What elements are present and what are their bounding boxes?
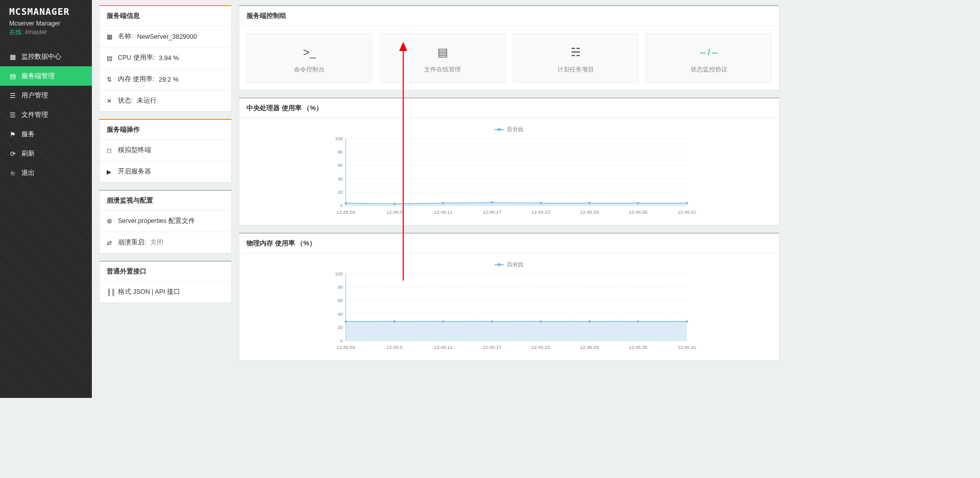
nav-exit[interactable]: ⎋退出 [0, 163, 92, 183]
files-icon: ☰ [9, 111, 16, 118]
crash-panel-title: 崩溃监视与配置 [100, 191, 231, 211]
tile-console[interactable]: >_ 命令控制台 [247, 33, 373, 83]
status-online-label: 在线: [9, 29, 23, 36]
tile-file-manager[interactable]: ▤ 文件在线管理 [380, 33, 506, 83]
svg-text:80: 80 [337, 149, 342, 155]
chart-legend: 百分比 [247, 258, 772, 271]
ops-panel: 服务端操作 ◻ 模拟型终端 ▶ 开启服务器 [99, 119, 232, 183]
grid-icon: ▦ [107, 33, 114, 40]
crash-restart-button[interactable]: ⇄ 崩溃重启: 关闭 [100, 232, 231, 253]
svg-point-54 [540, 320, 542, 323]
api-panel-title: 普通外置接口 [100, 262, 231, 282]
svg-text:12:45:59: 12:45:59 [336, 209, 355, 215]
info-mem-row: ⇅ 内存 使用率: 29.2 % [100, 69, 231, 90]
tasks-icon: ☵ [518, 45, 634, 60]
info-name-label: 名称: [118, 32, 133, 41]
svg-point-23 [442, 202, 445, 205]
svg-text:80: 80 [337, 284, 342, 290]
start-label: 开启服务器 [118, 167, 151, 176]
svg-point-27 [637, 202, 640, 205]
mem-chart-panel: 物理内存 使用率 （%） 百分比 02040608010012:45:5912:… [239, 233, 779, 361]
svg-text:12:46:41: 12:46:41 [677, 209, 696, 215]
nav-label: 用户管理 [21, 91, 48, 100]
control-panel: 服务端控制组 >_ 命令控制台 ▤ 文件在线管理 ☵ 计划任务项目 [239, 5, 779, 90]
svg-point-56 [637, 320, 640, 323]
cpu-icon: ▤ [107, 55, 114, 62]
chart-legend: 百分比 [247, 122, 772, 136]
server-icon: ▤ [9, 72, 16, 80]
nav-label: 退出 [21, 168, 35, 178]
monitor-value: -- / -- [650, 45, 767, 60]
json-api-button[interactable]: ║║ 格式 JSON | API 接口 [100, 282, 231, 303]
barcode-icon: ║║ [107, 289, 114, 296]
refresh-icon: ⟳ [9, 150, 16, 157]
info-cpu-value: 3.94 % [159, 55, 179, 62]
ops-panel-title: 服务端操作 [100, 120, 231, 140]
exit-icon: ⎋ [9, 169, 16, 177]
play-icon: ▶ [107, 168, 114, 175]
gear-icon: ⚙ [107, 218, 114, 225]
json-api-label: 格式 JSON | API 接口 [118, 288, 180, 296]
svg-text:12:46:11: 12:46:11 [434, 209, 453, 215]
tile-label: 命令控制台 [251, 65, 368, 74]
svg-text:12:46:17: 12:46:17 [483, 209, 502, 215]
svg-point-52 [442, 320, 445, 323]
svg-text:12:45:59: 12:45:59 [336, 344, 355, 350]
svg-text:12:46:35: 12:46:35 [629, 209, 648, 215]
svg-text:12:46:29: 12:46:29 [580, 209, 599, 215]
tile-scheduled-tasks[interactable]: ☵ 计划任务项目 [513, 33, 639, 83]
info-state-value: 未运行 [137, 96, 157, 105]
svg-point-55 [588, 320, 591, 323]
app-logo: MCSMANAGER [0, 0, 92, 20]
users-icon: ☰ [9, 92, 16, 99]
svg-text:12:46:11: 12:46:11 [434, 344, 453, 350]
nav-files[interactable]: ☰文件管理 [0, 105, 92, 124]
info-mem-label: 内存 使用率: [118, 75, 155, 84]
svg-text:12:46:17: 12:46:17 [483, 344, 502, 350]
svg-point-22 [394, 203, 396, 205]
svg-text:40: 40 [337, 176, 342, 182]
nav-label: 服务端管理 [21, 71, 55, 81]
nav-server[interactable]: ▤服务端管理 [0, 66, 92, 86]
api-panel: 普通外置接口 ║║ 格式 JSON | API 接口 [99, 261, 232, 303]
svg-text:100: 100 [335, 136, 343, 141]
terminal-icon: ◻ [107, 147, 114, 154]
flag-icon: ⚑ [9, 131, 16, 138]
svg-text:12:46:35: 12:46:35 [629, 344, 648, 350]
legend-label: 百分比 [507, 125, 524, 133]
nav-refresh[interactable]: ⟳刷新 [0, 144, 92, 163]
svg-text:12:46:5: 12:46:5 [386, 344, 402, 350]
close-icon: ✕ [107, 97, 114, 105]
svg-point-28 [685, 202, 688, 205]
mem-chart-title: 物理内存 使用率 （%） [239, 234, 779, 254]
svg-text:20: 20 [337, 189, 342, 195]
nav-services[interactable]: ⚑服务 [0, 124, 92, 144]
app-subtitle: Mcserver Manager [0, 20, 92, 28]
info-panel: 服务端信息 ▦ 名称: NewServer_3829000 ▤ CPU 使用率:… [99, 5, 232, 112]
info-state-label: 状态: [118, 96, 133, 105]
restart-value: 关闭 [150, 238, 163, 247]
nav-users[interactable]: ☰用户管理 [0, 86, 92, 105]
nav-monitor[interactable]: ▦监控数据中心 [0, 47, 92, 66]
tile-status-monitor[interactable]: -- / -- 状态监控协议 [646, 33, 772, 83]
tile-label: 状态监控协议 [650, 65, 767, 74]
legend-swatch-icon [495, 129, 504, 130]
props-label: Server.properties 配置文件 [118, 217, 195, 225]
tile-label: 计划任务项目 [518, 65, 634, 74]
start-server-button[interactable]: ▶ 开启服务器 [100, 161, 231, 182]
retweet-icon: ⇄ [107, 239, 114, 246]
svg-text:60: 60 [337, 297, 342, 303]
svg-text:100: 100 [335, 271, 343, 276]
svg-text:12:46:23: 12:46:23 [531, 209, 550, 215]
svg-text:12:46:5: 12:46:5 [386, 209, 402, 215]
main-content: 服务端信息 ▦ 名称: NewServer_3829000 ▤ CPU 使用率:… [92, 0, 787, 398]
mem-chart: 02040608010012:45:5912:46:512:46:1112:46… [247, 271, 772, 353]
server-properties-button[interactable]: ⚙ Server.properties 配置文件 [100, 211, 231, 232]
info-name-value: NewServer_3829000 [137, 33, 197, 40]
terminal-button[interactable]: ◻ 模拟型终端 [100, 140, 231, 161]
dashboard-icon: ▦ [9, 53, 16, 60]
info-name-row: ▦ 名称: NewServer_3829000 [100, 26, 231, 47]
control-panel-title: 服务端控制组 [239, 6, 779, 26]
sidebar: MCSMANAGER Mcserver Manager 在线: #master … [0, 0, 92, 398]
svg-point-26 [588, 202, 591, 205]
